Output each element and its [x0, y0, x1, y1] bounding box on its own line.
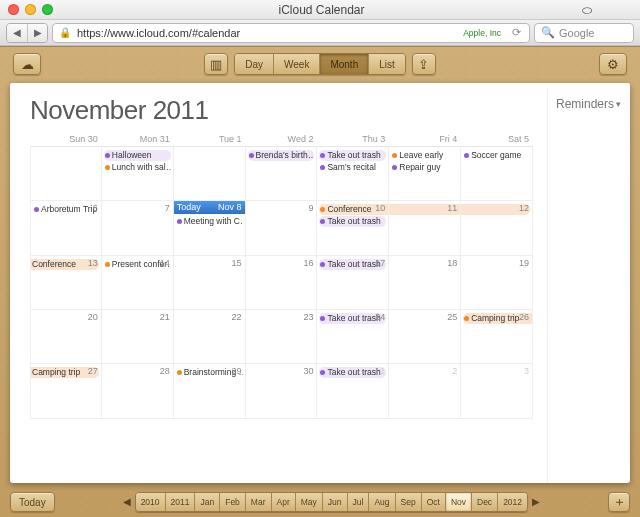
day-cell[interactable]: 26Camping trip — [461, 310, 533, 364]
timeline-2012-button[interactable]: 2012 — [497, 493, 527, 511]
day-cell[interactable]: 11 — [389, 201, 461, 255]
day-cell[interactable]: 3 — [461, 364, 533, 418]
day-cell[interactable]: Leave earlyRepair guy — [389, 147, 461, 201]
day-cell[interactable]: HalloweenLunch with sal… — [102, 147, 174, 201]
icloud-home-button[interactable]: ☁︎ — [13, 53, 41, 75]
reminders-toggle[interactable]: Reminders ▾ — [556, 97, 622, 111]
forward-button[interactable]: ▶ — [27, 24, 47, 42]
event-pill[interactable]: Take out trash — [319, 150, 386, 161]
day-cell[interactable]: 22 — [174, 310, 246, 364]
day-cell[interactable]: 14Present confer… — [102, 256, 174, 310]
close-window-button[interactable] — [8, 4, 19, 15]
day-cell[interactable]: 20 — [30, 310, 102, 364]
event-pill[interactable]: Meeting with C… — [176, 216, 243, 227]
day-cell[interactable]: 29Brainstorming … — [174, 364, 246, 418]
day-cell[interactable]: 9 — [246, 201, 318, 255]
lock-icon: 🔒 — [59, 27, 71, 38]
day-cell[interactable]: Brenda's birth… — [246, 147, 318, 201]
share-button[interactable]: ⇪ — [412, 53, 436, 75]
event-pill[interactable]: Take out trash — [319, 367, 386, 378]
day-cell[interactable]: 2 — [389, 364, 461, 418]
reload-icon[interactable]: ⟳ — [509, 26, 523, 39]
traffic-lights — [8, 4, 53, 15]
toolbar-pill-icon[interactable]: ⬭ — [582, 3, 632, 17]
day-number: 15 — [232, 258, 242, 268]
settings-button[interactable]: ⚙ — [599, 53, 627, 75]
timeline-apr-button[interactable]: Apr — [271, 493, 295, 511]
day-cell[interactable]: TodayNov 8Meeting with C… — [174, 201, 246, 255]
search-field[interactable]: 🔍 Google — [534, 23, 634, 43]
day-cell[interactable]: 15 — [174, 256, 246, 310]
day-cell[interactable]: 27Camping trip — [30, 364, 102, 418]
event-pill[interactable]: Repair guy — [391, 162, 458, 173]
day-cell[interactable]: 13Conference — [30, 256, 102, 310]
event-pill[interactable]: Lunch with sal… — [104, 162, 171, 173]
day-cell[interactable]: 30 — [246, 364, 318, 418]
event-pill[interactable]: Take out trash — [319, 216, 386, 227]
event-pill[interactable]: Sam's recital — [319, 162, 386, 173]
day-cell[interactable] — [174, 147, 246, 201]
event-pill[interactable]: Arboretum Trip — [33, 204, 99, 215]
weekday-header: Sun 30Mon 31Tue 1Wed 2Thu 3Fri 4Sat 5 — [30, 132, 533, 147]
minimize-window-button[interactable] — [25, 4, 36, 15]
timeline-feb-button[interactable]: Feb — [219, 493, 245, 511]
timeline-prev-button[interactable]: ◀ — [119, 492, 135, 510]
event-pill[interactable]: Leave early — [391, 150, 458, 161]
day-cell[interactable]: 25 — [389, 310, 461, 364]
event-title: Conference — [32, 259, 76, 270]
event-pill[interactable]: Halloween — [104, 150, 171, 161]
search-placeholder: Google — [559, 27, 594, 39]
zoom-window-button[interactable] — [42, 4, 53, 15]
timeline-oct-button[interactable]: Oct — [421, 493, 445, 511]
back-button[interactable]: ◀ — [7, 24, 27, 42]
event-color-dot — [464, 153, 469, 158]
day-number: 24 — [375, 312, 385, 322]
event-pill[interactable]: Brenda's birth… — [248, 150, 315, 161]
day-cell[interactable]: 12 — [461, 201, 533, 255]
timeline-may-button[interactable]: May — [295, 493, 322, 511]
add-event-button[interactable]: ＋ — [608, 492, 630, 512]
day-cell[interactable]: 10ConferenceTake out trash — [317, 201, 389, 255]
timeline-segments: 20102011JanFebMarAprMayJunJulAugSepOctNo… — [135, 492, 528, 512]
day-cell[interactable]: Soccer game — [461, 147, 533, 201]
month-title: November 2011 — [30, 95, 533, 126]
weekday-header-cell: Sun 30 — [30, 132, 102, 147]
view-month-button[interactable]: Month — [319, 54, 368, 74]
timeline: ◀ 20102011JanFebMarAprMayJunJulAugSepOct… — [61, 492, 602, 512]
timeline-2010-button[interactable]: 2010 — [136, 493, 165, 511]
timeline-jan-button[interactable]: Jan — [194, 493, 219, 511]
day-cell[interactable]: 6Arboretum Trip — [30, 201, 102, 255]
timeline-jul-button[interactable]: Jul — [347, 493, 369, 511]
event-title: Halloween — [112, 150, 152, 161]
day-cell[interactable]: Take out trashSam's recital — [317, 147, 389, 201]
today-button[interactable]: Today — [10, 492, 55, 512]
day-cell[interactable]: 28 — [102, 364, 174, 418]
timeline-dec-button[interactable]: Dec — [471, 493, 497, 511]
event-color-dot — [177, 219, 182, 224]
address-bar[interactable]: 🔒 https://www.icloud.com/#calendar Apple… — [52, 23, 530, 43]
event-title: Camping trip — [32, 367, 80, 378]
day-cell[interactable]: 24Take out trash — [317, 310, 389, 364]
view-week-button[interactable]: Week — [273, 54, 319, 74]
timeline-next-button[interactable]: ▶ — [528, 492, 544, 510]
day-number: 23 — [303, 312, 313, 322]
day-cell[interactable]: 16 — [246, 256, 318, 310]
calendars-toggle-button[interactable]: ▥ — [204, 53, 228, 75]
timeline-jun-button[interactable]: Jun — [322, 493, 347, 511]
view-list-button[interactable]: List — [368, 54, 405, 74]
day-cell[interactable]: 7 — [102, 201, 174, 255]
day-cell[interactable]: 1Take out trash — [317, 364, 389, 418]
timeline-mar-button[interactable]: Mar — [245, 493, 271, 511]
timeline-2011-button[interactable]: 2011 — [165, 493, 195, 511]
day-cell[interactable]: 17Take out trash — [317, 256, 389, 310]
day-cell[interactable] — [30, 147, 102, 201]
day-cell[interactable]: 19 — [461, 256, 533, 310]
day-cell[interactable]: 18 — [389, 256, 461, 310]
timeline-aug-button[interactable]: Aug — [368, 493, 394, 511]
day-cell[interactable]: 21 — [102, 310, 174, 364]
timeline-sep-button[interactable]: Sep — [395, 493, 421, 511]
view-day-button[interactable]: Day — [235, 54, 273, 74]
timeline-nov-button[interactable]: Nov — [445, 493, 471, 511]
day-cell[interactable]: 23 — [246, 310, 318, 364]
event-pill[interactable]: Soccer game — [463, 150, 530, 161]
